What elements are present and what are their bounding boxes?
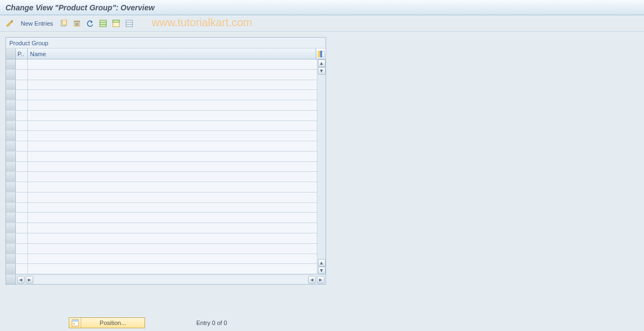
row-selector[interactable] [6,111,16,121]
table-row [6,70,317,80]
cell-p[interactable] [16,121,28,131]
scroll-up-end-button[interactable]: ▲ [318,259,326,267]
cell-p[interactable] [16,141,28,151]
cell-p[interactable] [16,254,28,264]
table-row [6,203,317,213]
cell-name[interactable] [28,223,317,233]
entry-count-text: Entry 0 of 0 [196,320,227,326]
scroll-down-end-button[interactable]: ▼ [318,267,326,274]
row-selector[interactable] [6,59,16,69]
cell-name[interactable] [28,80,317,90]
cell-name[interactable] [28,172,317,182]
cell-p[interactable] [16,172,28,182]
select-all-button[interactable] [98,18,109,29]
column-row-selector[interactable] [6,49,16,59]
cell-p[interactable] [16,213,28,222]
cell-name[interactable] [28,90,317,100]
cell-name[interactable] [28,244,317,254]
cell-p[interactable] [16,59,28,69]
cell-p[interactable] [16,90,28,100]
row-selector[interactable] [6,70,16,80]
row-selector[interactable] [6,203,16,213]
undo-change-button[interactable] [85,18,95,29]
svg-rect-20 [73,323,75,324]
row-selector[interactable] [6,131,16,141]
scroll-right-button[interactable]: ► [26,276,33,284]
cell-name[interactable] [28,254,317,264]
select-all-icon [99,20,107,27]
horizontal-scrollbar[interactable]: ◄ ► ◄ ► [16,276,326,284]
row-selector[interactable] [6,121,16,131]
scroll-left-button[interactable]: ◄ [17,276,25,284]
svg-rect-11 [113,20,119,22]
new-entries-button[interactable]: New Entries [17,18,56,29]
select-block-button[interactable] [111,18,122,29]
cell-p[interactable] [16,203,28,213]
cell-name[interactable] [28,264,317,274]
cell-name[interactable] [28,141,317,151]
scroll-up-button[interactable]: ▲ [318,59,326,67]
table-row [6,80,317,91]
row-selector[interactable] [6,80,16,90]
row-selector[interactable] [6,152,16,161]
cell-name[interactable] [28,203,317,213]
row-selector[interactable] [6,141,16,151]
table-row [6,172,317,182]
cell-p[interactable] [16,192,28,202]
row-selector[interactable] [6,264,16,274]
cell-name[interactable] [28,233,317,243]
scroll-left-end-button[interactable]: ◄ [308,276,316,284]
position-button[interactable]: Position... [69,317,145,328]
row-selector[interactable] [6,100,16,110]
cell-name[interactable] [28,59,317,69]
row-selector[interactable] [6,192,16,202]
column-header-p[interactable]: P.. [16,49,28,59]
cell-p[interactable] [16,80,28,90]
cell-name[interactable] [28,131,317,141]
cell-name[interactable] [28,162,317,172]
vertical-scrollbar[interactable]: ▲ ▼ ▲ ▼ [317,59,326,274]
row-selector[interactable] [6,223,16,233]
cell-p[interactable] [16,162,28,172]
row-selector[interactable] [6,172,16,182]
deselect-all-button[interactable] [124,18,135,29]
cell-p[interactable] [16,233,28,243]
configure-columns-button[interactable] [316,49,326,59]
copy-as-button[interactable] [58,18,69,29]
delete-button[interactable] [71,18,82,29]
cell-p[interactable] [16,131,28,141]
scroll-down-button[interactable]: ▼ [318,67,326,75]
cell-name[interactable] [28,70,317,80]
cell-name[interactable] [28,111,317,121]
table-row [6,90,317,100]
cell-p[interactable] [16,111,28,121]
cell-name[interactable] [28,192,317,202]
cell-name[interactable] [28,152,317,161]
row-selector[interactable] [6,254,16,264]
row-selector[interactable] [6,244,16,254]
cell-p[interactable] [16,152,28,161]
toggle-change-button[interactable] [4,18,15,29]
row-selector[interactable] [6,90,16,100]
undo-icon [86,20,94,27]
cell-p[interactable] [16,264,28,274]
row-selector[interactable] [6,213,16,222]
scroll-right-end-button[interactable]: ► [317,276,324,284]
pencil-glasses-icon [5,19,14,28]
cell-p[interactable] [16,244,28,254]
cell-name[interactable] [28,213,317,222]
row-selector[interactable] [6,233,16,243]
cell-name[interactable] [28,100,317,110]
row-selector[interactable] [6,162,16,172]
row-selector[interactable] [6,182,16,192]
cell-p[interactable] [16,182,28,192]
cell-p[interactable] [16,70,28,80]
column-header-name[interactable]: Name [28,49,316,59]
svg-rect-17 [320,51,322,57]
chevron-right-icon: ► [318,277,323,282]
cell-p[interactable] [16,100,28,110]
cell-p[interactable] [16,223,28,233]
cell-name[interactable] [28,121,317,131]
cell-name[interactable] [28,182,317,192]
hscroll-track[interactable] [34,277,307,282]
